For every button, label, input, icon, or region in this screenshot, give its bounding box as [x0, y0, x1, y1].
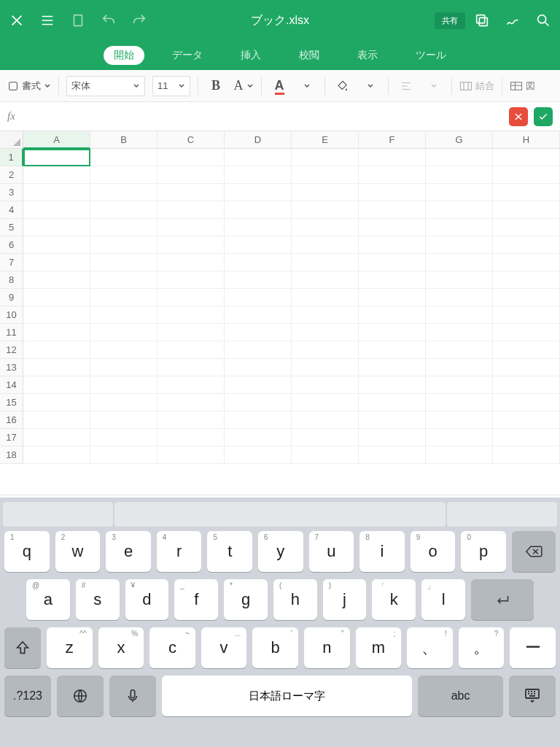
cell[interactable] — [225, 341, 292, 359]
cell[interactable] — [225, 219, 292, 236]
copy-icon[interactable] — [474, 12, 490, 28]
confirm-formula-button[interactable] — [534, 107, 553, 126]
key-、[interactable]: !、 — [407, 627, 453, 668]
bold-button[interactable]: B — [206, 76, 226, 96]
cell[interactable] — [23, 359, 90, 376]
cell[interactable] — [225, 254, 292, 271]
cell[interactable] — [225, 201, 292, 219]
cell[interactable] — [225, 236, 292, 254]
cell[interactable] — [292, 324, 359, 341]
row-header[interactable]: 10 — [0, 306, 23, 324]
draw-icon[interactable] — [505, 12, 521, 28]
shift-key[interactable] — [4, 627, 41, 668]
cell[interactable] — [493, 306, 560, 324]
cell[interactable] — [23, 341, 90, 359]
cell[interactable] — [426, 184, 493, 201]
dismiss-kb-button[interactable] — [509, 676, 556, 716]
cell[interactable] — [292, 376, 359, 394]
cell[interactable] — [23, 271, 90, 289]
cell[interactable] — [158, 341, 225, 359]
ribbon-tab-2[interactable]: 挿入 — [230, 46, 271, 65]
cell[interactable] — [292, 411, 359, 429]
select-all-corner[interactable] — [0, 131, 23, 149]
key-y[interactable]: 6y — [258, 531, 303, 572]
cell[interactable] — [292, 394, 359, 411]
cell[interactable] — [493, 411, 560, 429]
cell[interactable] — [359, 289, 426, 306]
row-header[interactable]: 4 — [0, 201, 23, 219]
col-header[interactable]: B — [90, 131, 158, 149]
cell[interactable] — [359, 359, 426, 376]
cell[interactable] — [493, 201, 560, 219]
spacebar[interactable]: 日本語ローマ字 — [162, 676, 412, 716]
cell[interactable] — [23, 394, 90, 411]
cell[interactable] — [359, 429, 426, 446]
cell[interactable] — [225, 149, 292, 166]
cell[interactable] — [90, 219, 158, 236]
font-color-dd[interactable] — [297, 76, 317, 96]
cell[interactable] — [225, 394, 292, 411]
key-q[interactable]: 1q — [4, 531, 50, 572]
format-button[interactable]: 書式 — [7, 80, 51, 93]
cell[interactable] — [359, 376, 426, 394]
row-header[interactable]: 18 — [0, 446, 23, 464]
cell[interactable] — [359, 306, 426, 324]
ribbon-tab-3[interactable]: 校閲 — [289, 46, 330, 65]
key-j[interactable]: )j — [323, 579, 367, 620]
row-header[interactable]: 2 — [0, 166, 23, 184]
key-o[interactable]: 9o — [411, 531, 456, 572]
cell[interactable] — [158, 446, 225, 464]
cell[interactable] — [158, 429, 225, 446]
cell[interactable] — [23, 166, 90, 184]
cell[interactable] — [158, 271, 225, 289]
row-header[interactable]: 8 — [0, 271, 23, 289]
cell[interactable] — [292, 254, 359, 271]
cell[interactable] — [23, 446, 90, 464]
align-button[interactable] — [396, 76, 416, 96]
cell[interactable] — [225, 376, 292, 394]
cell[interactable] — [359, 201, 426, 219]
cell[interactable] — [158, 149, 225, 166]
cell[interactable] — [90, 236, 158, 254]
fill-color-dd[interactable] — [360, 76, 381, 96]
cell[interactable] — [158, 306, 225, 324]
row-header[interactable]: 9 — [0, 289, 23, 306]
key-n[interactable]: "n — [304, 627, 350, 668]
cell[interactable] — [292, 289, 359, 306]
numkey-button[interactable]: .?123 — [4, 676, 51, 716]
cell[interactable] — [158, 411, 225, 429]
cell[interactable] — [359, 394, 426, 411]
cell[interactable] — [90, 306, 158, 324]
cell[interactable] — [225, 411, 292, 429]
cell[interactable] — [426, 376, 493, 394]
cell[interactable] — [90, 429, 158, 446]
cell[interactable] — [292, 219, 359, 236]
cell[interactable] — [225, 289, 292, 306]
backspace-key[interactable] — [512, 531, 556, 572]
cell[interactable] — [493, 166, 560, 184]
cell[interactable] — [426, 411, 493, 429]
key-m[interactable]: ;m — [356, 627, 402, 668]
cell[interactable] — [90, 341, 158, 359]
cell[interactable] — [292, 446, 359, 464]
cell[interactable] — [426, 394, 493, 411]
row-header[interactable]: 7 — [0, 254, 23, 271]
cell[interactable] — [426, 149, 493, 166]
cell[interactable] — [158, 394, 225, 411]
col-header[interactable]: H — [493, 131, 560, 149]
cell[interactable] — [90, 376, 158, 394]
cell[interactable] — [23, 201, 90, 219]
chart-button[interactable]: 図 — [510, 80, 535, 93]
key-c[interactable]: ~c — [149, 627, 195, 668]
cell[interactable] — [426, 201, 493, 219]
cell[interactable] — [292, 166, 359, 184]
undo-icon[interactable] — [101, 12, 117, 28]
cell[interactable] — [90, 201, 158, 219]
cell[interactable] — [23, 184, 90, 201]
row-header[interactable]: 12 — [0, 341, 23, 359]
cell[interactable] — [426, 324, 493, 341]
search-icon[interactable] — [535, 12, 551, 28]
row-header[interactable]: 17 — [0, 429, 23, 446]
key-s[interactable]: #s — [76, 579, 120, 620]
merge-button[interactable]: 結合 — [459, 80, 494, 93]
